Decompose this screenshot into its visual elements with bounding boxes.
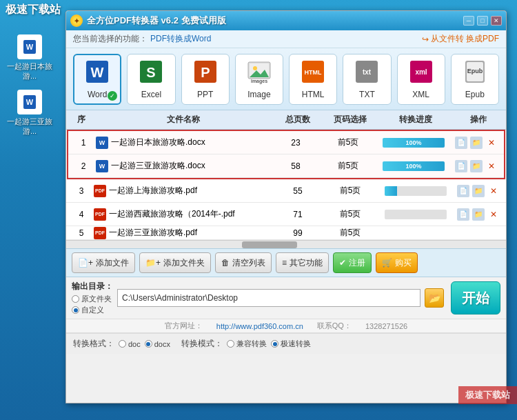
row3-open-btn[interactable]: 📄 <box>457 185 469 197</box>
row2-delete-btn[interactable]: ✕ <box>485 160 498 172</box>
row4-name: 一起游西藏旅游攻略（2014年-.pdf <box>109 208 235 220</box>
radio-custom-label: 自定义 <box>81 305 104 315</box>
svg-text:W: W <box>91 65 104 80</box>
close-button[interactable]: ✕ <box>491 16 502 26</box>
register-icon: ✔ <box>339 258 346 268</box>
file-icon-pdf-5: PDF <box>94 227 106 239</box>
start-button[interactable]: 开始 <box>451 281 500 314</box>
row1-progress: 100% <box>376 138 452 148</box>
svg-text:txt: txt <box>363 68 372 76</box>
title-bar: ✦ 全方位PDF转换器 v6.2 免费试用版 ─ □ ✕ <box>66 11 506 30</box>
row5-seq: 5 <box>69 228 94 238</box>
clear-list-button[interactable]: 🗑 清空列表 <box>215 252 272 273</box>
radio-original[interactable]: 原文件夹 <box>72 294 112 304</box>
file-icon-pdf-3: PDF <box>94 185 106 197</box>
title-controls: ─ □ ✕ <box>463 16 502 26</box>
row4-delete-btn[interactable]: ✕ <box>487 208 500 221</box>
add-file-label: 添加文件 <box>96 257 129 269</box>
desktop-icon-1-img: W <box>17 34 42 59</box>
row1-pages: 23 <box>271 138 321 148</box>
row3-pages: 55 <box>273 186 323 196</box>
row4-folder-btn[interactable]: 📁 <box>472 208 485 221</box>
epub-icon: Epub <box>463 59 487 88</box>
table-row: 2 W 一起游三亚旅游攻略.docx 58 前5页 100% <box>68 154 504 178</box>
row5-pages: 99 <box>273 228 323 238</box>
word-check-badge: ✓ <box>108 91 117 101</box>
xml-icon: xml <box>409 59 434 88</box>
svg-text:xml: xml <box>415 68 427 76</box>
format-btn-image[interactable]: images Image <box>235 54 283 105</box>
folder-open-icon: 📂 <box>429 292 440 303</box>
mode-compat-circle <box>227 340 234 348</box>
browse-folder-button[interactable]: 📂 <box>425 288 444 308</box>
format-word-label: Word <box>88 90 107 99</box>
row3-folder-btn[interactable]: 📁 <box>472 185 485 197</box>
file-table-section: 序 文件名称 总页数 页码选择 转换进度 操作 1 W 一起游日本旅游攻略.do… <box>66 110 506 248</box>
format-btn-epub[interactable]: Epub Epub <box>451 54 499 105</box>
row5-name: 一起游三亚旅游攻略.pdf <box>109 227 197 239</box>
row2-progress-label: 100% <box>405 163 421 170</box>
mode-fast-radio[interactable]: 极速转换 <box>271 339 311 349</box>
format-btn-txt[interactable]: txt TXT <box>343 54 391 105</box>
format-excel-label: Excel <box>141 90 161 99</box>
desktop-icon-2[interactable]: W 一起游三亚旅游... <box>6 90 54 137</box>
row4-pagesel: 前5页 <box>323 208 378 220</box>
maximize-button[interactable]: □ <box>477 16 488 26</box>
format-doc-radio[interactable]: doc <box>119 340 141 348</box>
mode-compat-radio[interactable]: 兼容转换 <box>227 339 267 349</box>
format-btn-xml[interactable]: xml XML <box>397 54 445 105</box>
col-filename: 文件名称 <box>94 114 273 126</box>
format-btn-excel[interactable]: S Excel <box>127 54 175 105</box>
col-pagesel: 页码选择 <box>323 114 378 126</box>
row2-open-btn[interactable]: 📄 <box>455 160 467 172</box>
row2-folder-btn[interactable]: 📁 <box>470 160 483 172</box>
row4-progress <box>378 210 454 219</box>
hscroll-thumb <box>242 241 297 248</box>
row2-seq: 2 <box>71 161 96 171</box>
row3-pagesel: 前5页 <box>323 185 378 197</box>
row4-seq: 4 <box>69 210 94 219</box>
radio-custom[interactable]: 自定义 <box>72 305 112 315</box>
desktop-icon-2-label: 一起游三亚旅游... <box>6 117 54 137</box>
row1-folder-btn[interactable]: 📁 <box>470 137 483 149</box>
desktop-icon-1[interactable]: W 一起游日本旅游... <box>6 34 54 81</box>
horizontal-scrollbar[interactable] <box>66 240 506 248</box>
table-header: 序 文件名称 总页数 页码选择 转换进度 操作 <box>66 110 506 130</box>
row1-actions: 📄 📁 ✕ <box>452 137 501 149</box>
word-icon: W <box>85 59 110 88</box>
format-btn-html[interactable]: HTML HTML <box>289 54 337 105</box>
row4-filename: PDF 一起游西藏旅游攻略（2014年-.pdf <box>94 208 273 221</box>
highlighted-rows-box: 1 W 一起游日本旅游攻略.docx 23 前5页 100% <box>67 130 505 179</box>
row3-name: 一起游上海旅游攻略.pdf <box>109 185 197 197</box>
convert-from-file-btn[interactable]: ↪ 从文件转 换成PDF <box>422 33 499 45</box>
format-xml-label: XML <box>412 90 429 99</box>
file-icon-pdf-4: PDF <box>94 208 106 221</box>
row2-filename: W 一起游三亚旅游攻略.docx <box>96 160 271 172</box>
add-folder-button[interactable]: 📁+ 添加文件夹 <box>139 252 211 273</box>
convert-from-file-label: 从文件转 换成PDF <box>431 33 499 45</box>
row1-delete-btn[interactable]: ✕ <box>485 137 498 149</box>
output-path-input[interactable] <box>117 289 420 307</box>
other-func-button[interactable]: ≡ 其它功能 <box>276 252 329 273</box>
buy-button[interactable]: 🛒 购买 <box>376 252 418 273</box>
format-docx-circle <box>145 340 152 348</box>
convert-format-label: 转换格式： <box>73 338 114 350</box>
register-button[interactable]: ✔ 注册 <box>333 252 372 273</box>
format-btn-ppt[interactable]: P PPT <box>181 54 230 105</box>
other-icon: ≡ <box>282 258 287 268</box>
row4-open-btn[interactable]: 📄 <box>457 208 469 221</box>
breadcrumb-prefix: 您当前选择的功能： <box>73 33 148 45</box>
app-title: 全方位PDF转换器 v6.2 免费试用版 <box>87 14 226 27</box>
format-btn-word[interactable]: W Word ✓ <box>73 54 121 105</box>
add-folder-label: 添加文件夹 <box>163 257 205 269</box>
format-docx-radio[interactable]: docx <box>145 340 170 348</box>
row1-open-btn[interactable]: 📄 <box>455 137 467 149</box>
minimize-button[interactable]: ─ <box>463 16 474 26</box>
website-url-link[interactable]: http://www.pdf360.com.cn <box>216 322 303 330</box>
file-icon-word-2: W <box>96 160 108 172</box>
row1-seq: 1 <box>71 138 96 148</box>
row3-delete-btn[interactable]: ✕ <box>487 185 500 197</box>
bottom-toolbar: 📄+ 添加文件 📁+ 添加文件夹 🗑 清空列表 ≡ 其它功能 ✔ 注册 🛒 <box>66 248 506 277</box>
watermark-bottom: 极速下载站 <box>458 386 517 404</box>
add-file-button[interactable]: 📄+ 添加文件 <box>72 252 135 273</box>
